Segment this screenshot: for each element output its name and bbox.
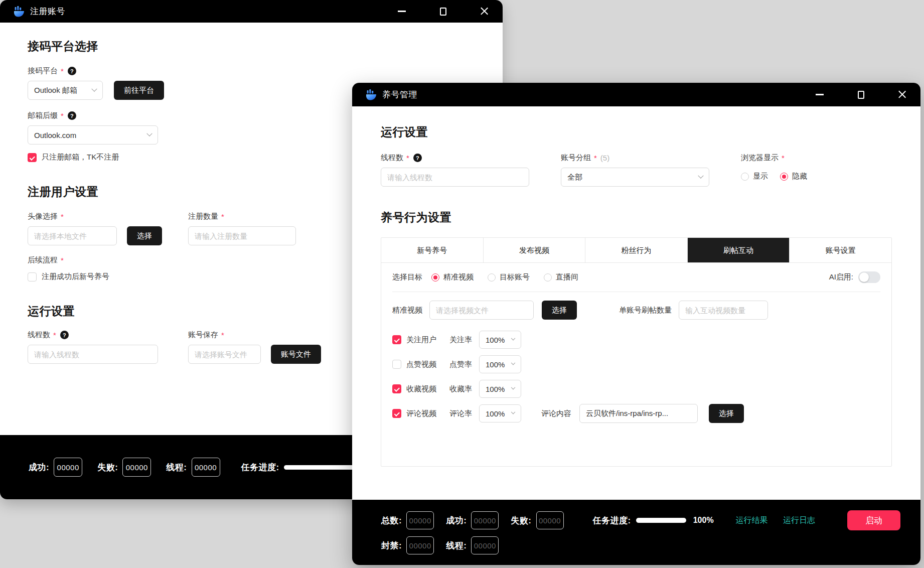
only-email-checkbox[interactable] — [28, 153, 37, 162]
follow-rate-select[interactable]: 100% — [479, 331, 521, 349]
quantity-label: 注册数量 — [188, 212, 218, 221]
start-button[interactable]: 启动 — [847, 510, 900, 530]
favorite-video-label: 收藏视频 — [406, 384, 436, 394]
comment-content-input[interactable] — [579, 404, 698, 423]
quantity-input[interactable] — [188, 226, 296, 245]
thread-counter: 00000 — [192, 458, 220, 477]
nurture-titlebar: 养号管理 — [352, 83, 920, 106]
only-email-checkbox-label: 只注册邮箱，TK不注册 — [42, 153, 119, 162]
comment-rate-value: 100% — [486, 409, 505, 418]
close-icon[interactable] — [478, 5, 491, 18]
browser-display-label: 浏览器显示 — [741, 153, 779, 163]
precise-video-row: 精准视频 选择 单账号刷帖数量 — [392, 292, 880, 325]
favorite-rate-value: 100% — [486, 385, 505, 393]
threads-label-row: 线程数*? — [28, 330, 188, 340]
progress-label: 任务进度: — [593, 515, 631, 526]
threads-label-row: 线程数*? — [381, 153, 529, 163]
followup-checkbox-label: 注册成功后新号养号 — [42, 272, 109, 281]
group-label: 账号分组 — [561, 153, 591, 163]
radio-hide-label: 隐藏 — [792, 172, 807, 181]
tab-account-settings[interactable]: 账号设置 — [790, 238, 891, 262]
video-file-input[interactable] — [429, 301, 534, 320]
platform-label-row: 接码平台*? — [28, 66, 503, 76]
avatar-file-input[interactable] — [28, 226, 117, 245]
app-logo-icon — [13, 6, 25, 18]
follow-user-checkbox[interactable] — [392, 335, 401, 344]
help-icon[interactable]: ? — [68, 67, 76, 75]
avatar-choose-button[interactable]: 选择 — [127, 226, 162, 245]
follow-rate-value: 100% — [486, 336, 505, 344]
run-result-link[interactable]: 运行结果 — [736, 516, 768, 524]
favorite-video-row: 收藏视频 收藏率 100% — [392, 379, 880, 398]
followup-checkbox[interactable] — [28, 272, 37, 281]
thread-label: 线程: — [166, 462, 187, 473]
minimize-icon[interactable] — [395, 5, 408, 18]
radio-show-label: 显示 — [753, 172, 768, 181]
window-title: 养号管理 — [382, 89, 417, 100]
favorite-rate-select[interactable]: 100% — [479, 380, 521, 398]
radio-show[interactable]: 显示 — [741, 172, 768, 181]
suffix-select[interactable]: Outlook.com — [28, 125, 158, 145]
chevron-down-icon — [698, 173, 703, 179]
required-mark: * — [406, 154, 409, 162]
platform-select[interactable]: Outlook 邮箱 — [28, 81, 103, 100]
account-file-button[interactable]: 账号文件 — [271, 345, 321, 364]
browser-label-row: 浏览器显示* — [741, 153, 807, 163]
fail-counter: 00000 — [122, 458, 151, 477]
progress-bar — [636, 518, 686, 523]
close-icon[interactable] — [895, 88, 908, 101]
help-icon[interactable]: ? — [68, 111, 76, 120]
maximize-icon[interactable] — [854, 88, 867, 101]
per-account-input[interactable] — [679, 301, 768, 320]
radio-hide[interactable]: 隐藏 — [780, 172, 807, 181]
like-video-checkbox[interactable] — [392, 360, 401, 369]
tab-fan-behavior[interactable]: 粉丝行为 — [585, 238, 688, 262]
threads-input[interactable] — [28, 345, 158, 364]
help-icon[interactable]: ? — [413, 154, 422, 162]
tab-new-account[interactable]: 新号养号 — [381, 238, 484, 262]
chevron-down-icon — [511, 336, 515, 340]
per-account-label: 单账号刷帖数量 — [619, 306, 672, 315]
thread-counter: 00000 — [471, 536, 499, 554]
suffix-label: 邮箱后缀 — [28, 111, 58, 120]
required-mark: * — [61, 67, 64, 75]
radio-selected-icon — [780, 173, 788, 181]
like-rate-select[interactable]: 100% — [479, 355, 521, 373]
target-row: 选择目标 精准视频 目标账号 直播间 AI启用: — [392, 263, 880, 292]
success-label: 成功: — [446, 515, 467, 526]
radio-precise-video[interactable]: 精准视频 — [431, 272, 474, 282]
video-choose-button[interactable]: 选择 — [542, 301, 577, 320]
favorite-rate-label: 收藏率 — [449, 384, 472, 394]
account-save-input[interactable] — [188, 345, 261, 364]
radio-target-account[interactable]: 目标账号 — [488, 272, 530, 282]
quantity-label-row: 注册数量* — [188, 212, 296, 221]
avatar-label-row: 头像选择* — [28, 212, 188, 221]
comment-video-checkbox[interactable] — [392, 409, 401, 418]
comment-rate-select[interactable]: 100% — [479, 404, 521, 422]
radio-icon — [741, 173, 749, 181]
threads-input[interactable] — [381, 168, 529, 187]
group-label-row: 账号分组*(5) — [561, 153, 709, 163]
group-select[interactable]: 全部 — [561, 168, 709, 187]
group-count: (5) — [600, 154, 609, 162]
tab-publish-video[interactable]: 发布视频 — [484, 238, 586, 262]
favorite-video-checkbox[interactable] — [392, 384, 401, 393]
chevron-down-icon — [511, 385, 515, 389]
maximize-icon[interactable] — [436, 5, 449, 18]
tab-post-interaction[interactable]: 刷帖互动 — [688, 238, 790, 262]
success-counter: 00000 — [471, 511, 499, 529]
help-icon[interactable]: ? — [60, 331, 69, 339]
goto-platform-button[interactable]: 前往平台 — [114, 81, 164, 100]
required-mark: * — [782, 154, 785, 162]
like-rate-label: 点赞率 — [449, 360, 472, 369]
run-log-link[interactable]: 运行日志 — [783, 516, 815, 524]
minimize-icon[interactable] — [813, 88, 826, 101]
ai-toggle[interactable] — [858, 271, 880, 283]
account-save-label: 账号保存 — [188, 330, 218, 340]
comment-choose-button[interactable]: 选择 — [709, 404, 744, 423]
radio-live-room[interactable]: 直播间 — [544, 272, 578, 282]
behavior-panel: 新号养号 发布视频 粉丝行为 刷帖互动 账号设置 选择目标 精准视频 目标账号 — [381, 237, 892, 467]
required-mark: * — [61, 212, 64, 221]
required-mark: * — [221, 331, 224, 339]
progress-percent: 100% — [693, 516, 714, 525]
